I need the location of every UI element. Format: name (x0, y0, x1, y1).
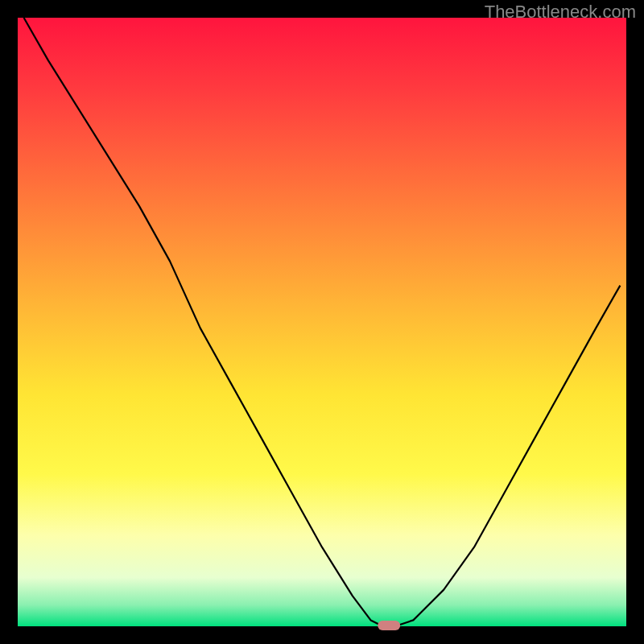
optimal-point-marker (378, 621, 400, 630)
chart-svg (0, 0, 644, 644)
svg-rect-1 (18, 18, 626, 626)
bottleneck-chart: TheBottleneck.com (0, 0, 644, 644)
watermark-text: TheBottleneck.com (485, 2, 636, 23)
